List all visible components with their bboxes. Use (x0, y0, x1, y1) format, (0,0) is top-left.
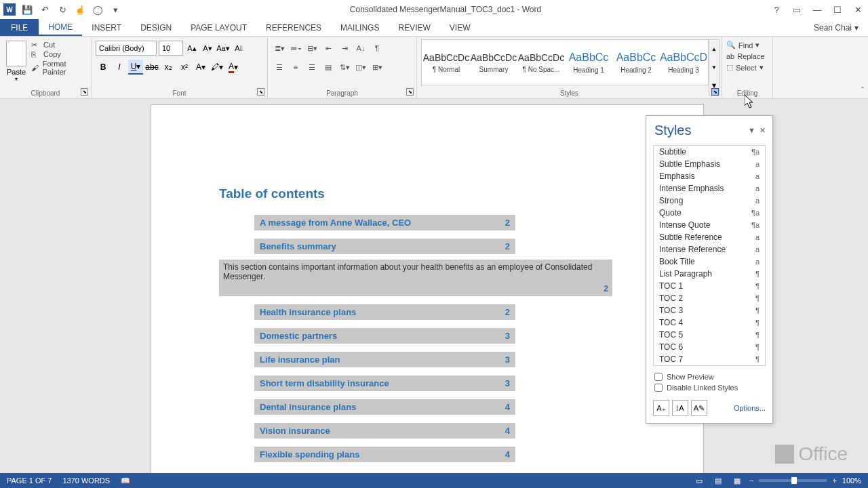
grow-font-icon[interactable]: A▴ (185, 41, 199, 55)
tab-mailings[interactable]: MAILINGS (331, 19, 389, 36)
styles-pane-item[interactable]: Subtle Emphasisa (654, 158, 765, 170)
minimize-icon[interactable]: — (810, 3, 824, 16)
print-layout-icon[interactable]: ▤ (711, 475, 725, 486)
zoom-out-icon[interactable]: − (749, 476, 753, 485)
find-button[interactable]: 🔍Find ▾ (726, 39, 768, 51)
tab-view[interactable]: VIEW (440, 19, 480, 36)
web-layout-icon[interactable]: ▦ (730, 475, 744, 486)
styles-pane-item[interactable]: Intense Referencea (654, 243, 765, 256)
styles-pane-item[interactable]: TOC 1¶ (654, 280, 765, 292)
align-right-icon[interactable]: ☰ (304, 60, 319, 75)
qat-more-icon[interactable]: ◯ (92, 3, 104, 16)
paragraph-launcher-icon[interactable]: ⬊ (406, 88, 414, 96)
bullets-icon[interactable]: ≣▾ (272, 41, 287, 56)
text-effects-icon[interactable]: A▾ (193, 60, 208, 75)
styles-pane-item[interactable]: Intense Emphasisa (654, 182, 765, 195)
subscript-button[interactable]: x₂ (161, 60, 176, 75)
align-center-icon[interactable]: ≡ (288, 60, 303, 75)
styles-pane-item[interactable]: TOC 2¶ (654, 292, 765, 304)
styles-pane-item[interactable]: TOC 3¶ (654, 304, 765, 317)
word-count[interactable]: 1370 WORDS (62, 476, 110, 485)
styles-pane-item[interactable]: Subtle Referencea (654, 231, 765, 243)
style-gallery-item[interactable]: AaBbCcDc¶ Normal (423, 41, 469, 83)
paste-button[interactable]: Paste ▾ (4, 39, 28, 87)
bold-button[interactable]: B (96, 60, 111, 75)
font-launcher-icon[interactable]: ⬊ (257, 88, 264, 96)
tab-home[interactable]: HOME (39, 19, 82, 36)
qat-customize-icon[interactable]: ▾ (109, 3, 121, 16)
undo-icon[interactable]: ↶ (39, 3, 51, 16)
decrease-indent-icon[interactable]: ⇤ (321, 41, 336, 56)
help-icon[interactable]: ? (770, 3, 783, 16)
justify-icon[interactable]: ▤ (321, 60, 336, 75)
zoom-in-icon[interactable]: + (832, 476, 836, 485)
styles-scroll-down-icon[interactable]: ▼ (709, 58, 719, 77)
zoom-slider[interactable] (759, 479, 827, 482)
multilevel-list-icon[interactable]: ⊟▾ (304, 41, 319, 56)
italic-button[interactable]: I (112, 60, 127, 75)
new-style-button[interactable]: A₊ (653, 400, 669, 416)
highlight-icon[interactable]: 🖍▾ (210, 60, 224, 75)
save-icon[interactable]: 💾 (21, 3, 33, 16)
style-gallery-item[interactable]: AaBbCcDHeading 3 (660, 41, 707, 83)
touch-mode-icon[interactable]: ☝ (74, 3, 86, 16)
styles-pane-item[interactable]: TOC 4¶ (654, 317, 765, 329)
superscript-button[interactable]: x² (177, 60, 192, 75)
ribbon-display-icon[interactable]: ▭ (790, 3, 804, 16)
zoom-level[interactable]: 100% (842, 476, 861, 485)
style-inspector-button[interactable]: ⁞A (672, 400, 688, 416)
borders-icon[interactable]: ⊞▾ (370, 60, 384, 75)
styles-pane-item[interactable]: Emphasisa (654, 170, 765, 182)
tab-design[interactable]: DESIGN (131, 19, 181, 36)
strikethrough-button[interactable]: abc (144, 60, 159, 75)
styles-pane-dropdown-icon[interactable]: ▼ (748, 126, 755, 135)
increase-indent-icon[interactable]: ⇥ (337, 41, 352, 56)
proofing-icon[interactable]: 📖 (121, 476, 130, 485)
tab-insert[interactable]: INSERT (82, 19, 131, 36)
styles-scroll-up-icon[interactable]: ▲ (709, 40, 719, 58)
styles-launcher-icon[interactable]: ⬊ (711, 88, 719, 96)
redo-icon[interactable]: ↻ (56, 3, 68, 16)
shrink-font-icon[interactable]: A▾ (201, 41, 214, 55)
clear-formatting-icon[interactable]: A⃠ (232, 41, 245, 55)
styles-pane-item[interactable]: Quote¶a (654, 207, 765, 219)
page-indicator[interactable]: PAGE 1 OF 7 (7, 476, 52, 485)
change-case-icon[interactable]: Aa▾ (216, 41, 230, 55)
collapse-ribbon-icon[interactable]: ˆ (861, 86, 864, 96)
style-gallery-item[interactable]: AaBbCcHeading 2 (613, 41, 659, 83)
styles-pane-item[interactable]: Stronga (654, 195, 765, 207)
styles-pane-item[interactable]: TOC 6¶ (654, 341, 765, 353)
style-gallery-item[interactable]: AaBbCcHeading 1 (566, 41, 612, 83)
disable-linked-checkbox[interactable]: Disable Linked Styles (654, 382, 764, 393)
styles-pane-item[interactable]: Book Titlea (654, 256, 765, 268)
show-preview-checkbox[interactable]: Show Preview (654, 371, 764, 382)
replace-button[interactable]: abReplace (726, 51, 768, 62)
tab-file[interactable]: FILE (0, 19, 39, 36)
style-gallery-item[interactable]: AaBbCcDc¶ No Spac... (518, 41, 564, 83)
shading-icon[interactable]: ◫▾ (353, 60, 368, 75)
tab-review[interactable]: REVIEW (389, 19, 439, 36)
show-marks-icon[interactable]: ¶ (370, 41, 384, 56)
styles-pane-item[interactable]: TOC 5¶ (654, 329, 765, 341)
close-icon[interactable]: ✕ (851, 3, 865, 16)
font-color-icon[interactable]: A▾ (226, 60, 241, 75)
tab-page-layout[interactable]: PAGE LAYOUT (181, 19, 256, 36)
format-painter-button[interactable]: 🖌Format Painter (31, 60, 87, 76)
clipboard-launcher-icon[interactable]: ⬊ (81, 88, 88, 96)
styles-pane-close-icon[interactable]: ✕ (760, 126, 766, 135)
cut-button[interactable]: ✂Cut (31, 41, 87, 49)
style-gallery-item[interactable]: AaBbCcDcSummary (471, 41, 517, 83)
line-spacing-icon[interactable]: ⇅▾ (337, 60, 352, 75)
styles-pane-item[interactable]: Intense Quote¶a (654, 219, 765, 231)
font-size-select[interactable] (159, 41, 183, 56)
styles-pane-item[interactable]: List Paragraph¶ (654, 268, 765, 280)
manage-styles-button[interactable]: A✎ (691, 400, 707, 416)
underline-button[interactable]: U▾ (128, 60, 143, 75)
sort-icon[interactable]: A↓ (353, 41, 368, 56)
styles-pane-item[interactable]: TOC 7¶ (654, 353, 765, 365)
align-left-icon[interactable]: ☰ (272, 60, 287, 75)
styles-options-link[interactable]: Options... (734, 404, 766, 412)
read-mode-icon[interactable]: ▭ (692, 475, 706, 486)
numbering-icon[interactable]: ⩸▾ (288, 41, 303, 56)
select-button[interactable]: ⬚Select ▾ (726, 62, 768, 73)
